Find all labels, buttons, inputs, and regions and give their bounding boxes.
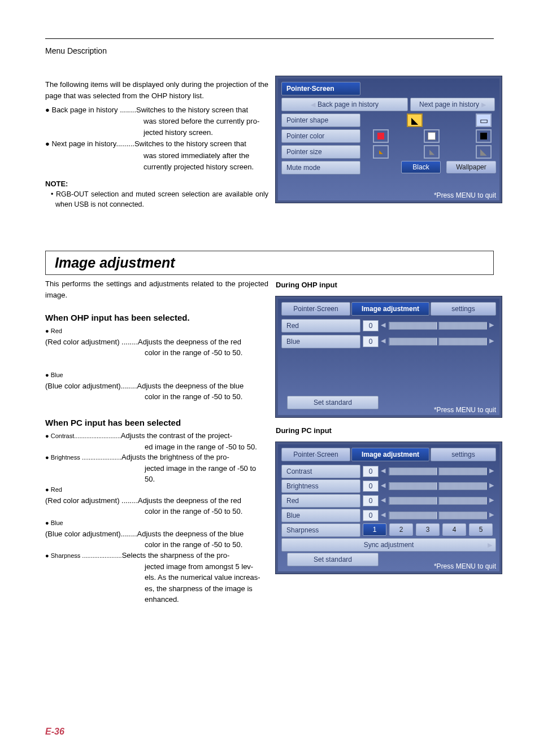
sync-adjustment-row[interactable]: Sync adjustment▶ (281, 538, 496, 552)
history-item-list: ● Back page in history ........Switches … (45, 104, 268, 173)
history-next-item: ● Next page in history.........Switches … (45, 138, 268, 150)
note-block: NOTE: • RGB-OUT selection and muted scre… (45, 180, 268, 209)
note-title: NOTE: (45, 180, 268, 188)
right-arrow-icon[interactable]: ▶ (489, 482, 494, 489)
size-option-m[interactable]: ◣ (424, 145, 440, 159)
section-title: Image adjustment (55, 255, 175, 270)
shape-option-2[interactable]: ▭ (476, 113, 492, 127)
history-next-cont2: currently projected history screen. (45, 161, 268, 173)
osd-image-adjust-ohp: Pointer·Screen Image adjustment settings… (276, 296, 502, 417)
sharp-3[interactable]: 3 (416, 523, 440, 536)
subhead-ohp: When OHP input has been selected. (45, 313, 268, 322)
row-pointer-size[interactable]: Pointer size (281, 145, 360, 159)
left-arrow-icon[interactable]: ◀ (381, 511, 385, 518)
row-pointer-shape[interactable]: Pointer shape (281, 113, 360, 127)
press-menu-hint: *Press MENU to quit (434, 191, 496, 199)
item-red-ohp: ● Red (Red color adjustment) ........Adj… (45, 325, 268, 359)
history-back-cont2: jected history screen. (45, 127, 268, 138)
set-standard-button-2[interactable]: Set standard (287, 553, 379, 566)
left-arrow-icon[interactable]: ◀ (381, 467, 385, 474)
blue-slider-ohp[interactable] (389, 336, 486, 346)
left-arrow-icon[interactable]: ◀ (381, 337, 385, 344)
color-option-red[interactable] (373, 129, 389, 143)
color-option-black[interactable] (476, 129, 492, 143)
row-blue-pc[interactable]: Blue (281, 509, 360, 522)
row-sharpness[interactable]: Sharpness (281, 523, 360, 537)
tab-settings-3[interactable]: settings (431, 448, 496, 461)
mute-wallpaper-button[interactable]: Wallpaper (446, 161, 496, 173)
press-menu-hint: *Press MENU to quit (434, 406, 496, 414)
sharp-5[interactable]: 5 (469, 523, 493, 536)
right-arrow-icon[interactable]: ▶ (489, 337, 494, 344)
red-value-ohp: 0 (363, 320, 379, 331)
press-menu-hint: *Press MENU to quit (434, 562, 496, 570)
item-blue-pc: ● Blue (Blue color adjustment)........Ad… (45, 517, 268, 550)
size-option-l[interactable]: ◣ (476, 145, 492, 159)
contrast-value: 0 (363, 466, 379, 477)
intro-paragraph: The following items will be displayed on… (45, 79, 268, 102)
chapter-title: Menu Description (45, 46, 107, 55)
section-heading-box: Image adjustment (45, 251, 494, 275)
right-arrow-icon: ▶ (488, 541, 492, 549)
history-back-item: ● Back page in history ........Switches … (45, 104, 268, 116)
brightness-value: 0 (363, 480, 379, 492)
row-pointer-color[interactable]: Pointer color (281, 129, 360, 143)
sharp-1[interactable]: 1 (363, 523, 386, 536)
blue-value-ohp: 0 (363, 336, 379, 347)
back-history-button[interactable]: ◀Back page in history (281, 98, 408, 111)
tab-pointer-screen-3[interactable]: Pointer·Screen (281, 448, 350, 461)
row-red-ohp[interactable]: Red (281, 319, 360, 333)
sharp-2[interactable]: 2 (389, 523, 413, 536)
shape-option-1[interactable]: ◣ (407, 113, 423, 127)
row-contrast[interactable]: Contrast (281, 465, 360, 478)
history-back-cont1: was stored before the currently pro- (45, 116, 268, 127)
page-number: E-36 (45, 727, 64, 737)
caption-during-pc: During PC input (276, 426, 332, 435)
right-arrow-icon[interactable]: ▶ (489, 467, 494, 474)
brightness-slider[interactable] (389, 480, 486, 491)
item-brightness: ● Brightness .......................Adju… (45, 452, 268, 485)
set-standard-button[interactable]: Set standard (287, 396, 379, 409)
right-arrow-icon[interactable]: ▶ (489, 321, 494, 329)
item-sharpness: ● Sharpness .......................Selec… (45, 550, 268, 605)
sharp-4[interactable]: 4 (442, 523, 466, 536)
header-rule (45, 38, 494, 39)
right-arrow-icon: ▶ (481, 101, 486, 108)
item-red-pc: ● Red (Red color adjustment) ........Adj… (45, 484, 268, 517)
tab-pointer-screen[interactable]: Pointer·Screen (281, 82, 360, 95)
section-intro: This performs the settings and adjustmen… (45, 278, 268, 301)
right-arrow-icon[interactable]: ▶ (489, 496, 494, 504)
tab-settings-2[interactable]: settings (431, 302, 496, 316)
caption-during-ohp: During OHP input (276, 281, 337, 289)
size-option-s[interactable]: ◣ (373, 145, 389, 159)
tab-image-adjustment-2[interactable]: Image adjustment (351, 302, 429, 316)
osd-image-adjust-pc: Pointer·Screen Image adjustment settings… (276, 442, 502, 574)
row-red-pc[interactable]: Red (281, 494, 360, 508)
right-arrow-icon[interactable]: ▶ (489, 511, 494, 518)
next-history-button[interactable]: Next page in history▶ (410, 98, 495, 111)
subhead-pc: When PC input has been selected (45, 418, 268, 427)
item-blue-ohp: ● Blue (Blue color adjustment)........Ad… (45, 369, 268, 403)
left-arrow-icon[interactable]: ◀ (381, 496, 385, 504)
row-brightness[interactable]: Brightness (281, 479, 360, 493)
item-contrast: ● Contrast...........................Adj… (45, 430, 268, 452)
blue-slider-pc[interactable] (389, 510, 486, 520)
left-arrow-icon[interactable]: ◀ (381, 482, 385, 489)
left-arrow-icon[interactable]: ◀ (381, 321, 385, 329)
tab-pointer-screen-2[interactable]: Pointer·Screen (281, 302, 350, 316)
note-body: • RGB-OUT selection and muted screen sel… (45, 189, 268, 209)
blue-value-pc: 0 (363, 510, 379, 521)
row-blue-ohp[interactable]: Blue (281, 335, 360, 348)
history-next-cont1: was stored immediately after the (45, 150, 268, 161)
mute-black-button[interactable]: Black (401, 161, 441, 173)
red-slider-pc[interactable] (389, 495, 486, 505)
osd-pointer-screen: Pointer·Screen ◀Back page in history Nex… (276, 76, 502, 203)
row-mute-mode[interactable]: Mute mode (281, 161, 360, 174)
red-value-pc: 0 (363, 495, 379, 506)
contrast-slider[interactable] (389, 466, 486, 476)
left-arrow-icon: ◀ (311, 101, 315, 108)
tab-image-adjustment-3[interactable]: Image adjustment (351, 448, 429, 461)
red-slider-ohp[interactable] (389, 320, 486, 330)
color-option-white[interactable] (424, 129, 440, 143)
